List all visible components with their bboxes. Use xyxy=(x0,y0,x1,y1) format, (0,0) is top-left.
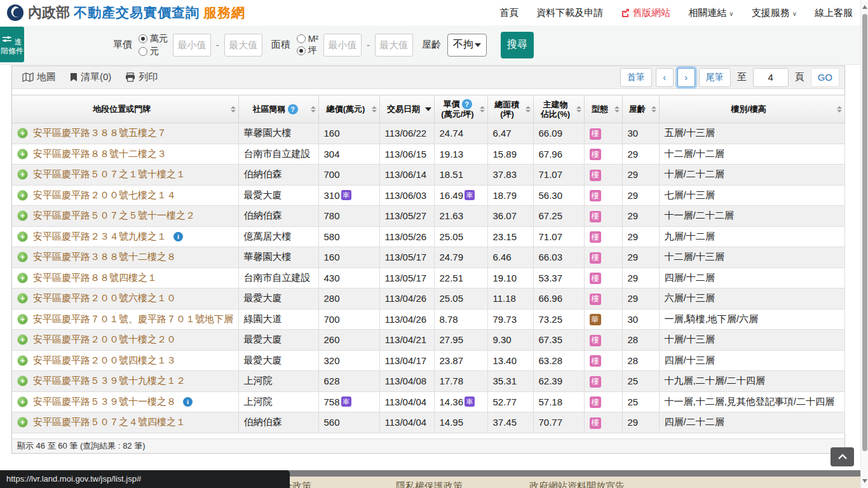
area-min-input[interactable] xyxy=(323,34,362,57)
row-address-link[interactable]: 安平區慶平路５０７之５號十一樓之２ xyxy=(33,210,195,222)
expand-row-icon[interactable]: + xyxy=(17,355,28,366)
area-option-m2[interactable]: M² xyxy=(297,34,318,44)
go-button[interactable]: GO xyxy=(811,68,839,87)
expand-row-icon[interactable]: + xyxy=(17,334,28,345)
col-header-date[interactable]: 交易日期 xyxy=(379,95,434,123)
sort-icon[interactable] xyxy=(480,106,485,112)
col-header-type[interactable]: 型態 xyxy=(584,95,622,123)
prev-page-button[interactable]: ‹ xyxy=(656,68,674,87)
print-button[interactable]: 列印 xyxy=(125,71,158,83)
unit-price-min-input[interactable] xyxy=(173,34,211,57)
unit-price-option-yuan[interactable]: 元 xyxy=(139,46,168,57)
table-row: + 安平區慶平路８８號十二樓之３ 台南市自立建設 304 113/06/15 1… xyxy=(12,144,844,165)
sort-icon[interactable] xyxy=(526,106,531,112)
area-max-input[interactable] xyxy=(375,34,413,57)
col-header-main-ratio[interactable]: 主建物佔比(%) xyxy=(533,95,584,123)
radio-m2[interactable] xyxy=(297,34,306,43)
area-option-ping[interactable]: 坪 xyxy=(297,45,318,57)
advanced-filters-button[interactable]: 進階條件 xyxy=(0,27,24,62)
col-header-age[interactable]: 屋齡 xyxy=(622,95,659,123)
sort-icon[interactable] xyxy=(311,106,316,112)
expand-row-icon[interactable]: + xyxy=(17,231,28,242)
expand-row-icon[interactable]: + xyxy=(17,252,28,262)
help-icon[interactable]: ? xyxy=(288,104,298,114)
nav-old-site[interactable]: 舊版網站 xyxy=(621,7,670,19)
nav-support-services[interactable]: 支援服務∨ xyxy=(752,7,797,19)
row-address-link[interactable]: 安平區慶平路７０１號、慶平路７０１號地下層 xyxy=(33,313,233,325)
sort-icon[interactable] xyxy=(651,106,656,112)
row-ratio: 71.07 xyxy=(533,226,584,247)
row-address-link[interactable]: 安平區慶平路５３９號十九樓之１２ xyxy=(33,375,186,387)
nav-online-service[interactable]: 線上客服 xyxy=(815,7,853,19)
sort-icon[interactable] xyxy=(231,106,236,112)
info-icon[interactable]: i xyxy=(173,232,183,241)
expand-row-icon[interactable]: + xyxy=(17,417,28,428)
col-header-address[interactable]: 地段位置或門牌 xyxy=(12,95,238,123)
nav-related-links[interactable]: 相關連結∨ xyxy=(688,7,733,19)
help-icon[interactable]: ? xyxy=(462,99,472,109)
age-select[interactable]: 不拘 xyxy=(447,34,487,57)
row-address-link[interactable]: 安平區慶平路８８號十二樓之３ xyxy=(33,148,166,160)
col-header-unit-price[interactable]: 單價?(萬元/坪) xyxy=(434,95,487,123)
sort-icon[interactable] xyxy=(614,106,620,112)
unit-price-max-input[interactable] xyxy=(224,34,262,57)
nav-download-apply[interactable]: 資料下載及申請 xyxy=(536,7,603,19)
footer-link-open-data[interactable]: 政府網站資料開放宣告 xyxy=(529,480,625,488)
row-date: 113/04/26 xyxy=(379,309,434,330)
row-address-link[interactable]: 安平區慶平路３８８號五樓之７ xyxy=(33,127,166,139)
next-page-button[interactable]: › xyxy=(677,68,695,87)
search-button[interactable]: 搜尋 xyxy=(501,32,534,58)
radio-yuan[interactable] xyxy=(139,47,147,56)
row-address-link[interactable]: 安平區慶平路２００號四樓之１３ xyxy=(33,355,176,367)
info-icon[interactable]: i xyxy=(183,397,193,407)
row-address-link[interactable]: 安平區慶平路５０７之１號十樓之１ xyxy=(33,168,186,180)
page-number-input[interactable] xyxy=(753,68,789,87)
expand-row-icon[interactable]: + xyxy=(17,273,28,283)
unit-price-option-wan[interactable]: 萬元 xyxy=(139,33,168,44)
table-row: + 安平區慶平路５０７之５號十一樓之２ 伯納伯森 780 113/05/27 2… xyxy=(12,206,844,227)
col-header-floor[interactable]: 樓別/樓高 xyxy=(659,95,844,123)
sort-icon[interactable] xyxy=(576,106,581,112)
expand-row-icon[interactable]: + xyxy=(17,169,28,180)
row-address-link[interactable]: 安平區慶平路２３４號九樓之１ xyxy=(33,231,166,243)
expand-row-icon[interactable]: + xyxy=(17,149,28,159)
type-badge: 樓 xyxy=(590,376,601,388)
row-area: 23.15 xyxy=(487,226,533,247)
scrollbar-thumb[interactable] xyxy=(862,14,867,451)
sort-icon[interactable] xyxy=(837,106,842,112)
expand-row-icon[interactable]: + xyxy=(17,128,28,139)
site-logo[interactable]: 內政部 不動產交易實價查詢 服務網 xyxy=(6,3,245,22)
expand-row-icon[interactable]: + xyxy=(17,314,28,325)
table-row: + 安平區慶平路２００號六樓之１０ 最愛大廈 280 113/04/26 25.… xyxy=(12,288,844,309)
last-page-button[interactable]: 尾筆 xyxy=(699,68,731,87)
row-address-link[interactable]: 安平區慶平路５０７之４號四樓之１ xyxy=(33,416,186,428)
footer-link-privacy[interactable]: 隱私權保護政策 xyxy=(396,480,463,488)
expand-row-icon[interactable]: + xyxy=(17,210,28,221)
first-page-button[interactable]: 首筆 xyxy=(620,68,652,87)
radio-wan-yuan[interactable] xyxy=(139,34,147,43)
row-address-link[interactable]: 安平區慶平路２００號七樓之１４ xyxy=(33,189,176,201)
radio-ping[interactable] xyxy=(297,46,306,55)
expand-row-icon[interactable]: + xyxy=(17,376,28,386)
saved-list-button[interactable]: 清單(0) xyxy=(70,71,111,83)
row-address-link[interactable]: 安平區慶平路２００號十樓之２０ xyxy=(33,334,176,346)
row-address-link[interactable]: 安平區慶平路２００號六樓之１０ xyxy=(33,292,176,304)
map-view-button[interactable]: 地圖 xyxy=(22,71,56,83)
row-address-link[interactable]: 安平區慶平路８８號四樓之１ xyxy=(33,272,157,284)
scrollbar-down-arrow-icon[interactable] xyxy=(862,479,867,483)
sort-icon[interactable] xyxy=(372,106,377,112)
col-header-area[interactable]: 總面積(坪) xyxy=(487,95,533,123)
nav-home[interactable]: 首頁 xyxy=(499,7,519,19)
expand-row-icon[interactable]: + xyxy=(17,190,28,201)
expand-row-icon[interactable]: + xyxy=(17,396,28,407)
browser-scrollbar[interactable] xyxy=(860,0,868,488)
col-header-total-price[interactable]: 總價(萬元) xyxy=(318,95,379,123)
scrollbar-up-arrow-icon[interactable] xyxy=(862,5,867,9)
row-address-link[interactable]: 安平區慶平路３８８號十二樓之８ xyxy=(33,251,176,263)
row-address-link[interactable]: 安平區慶平路５３９號十一樓之８ xyxy=(33,396,176,408)
scroll-to-top-button[interactable] xyxy=(831,447,854,466)
col-header-community[interactable]: 社區簡稱? xyxy=(238,95,318,123)
row-date: 113/04/26 xyxy=(379,288,434,309)
sort-desc-icon[interactable] xyxy=(425,107,431,111)
expand-row-icon[interactable]: + xyxy=(17,293,28,304)
